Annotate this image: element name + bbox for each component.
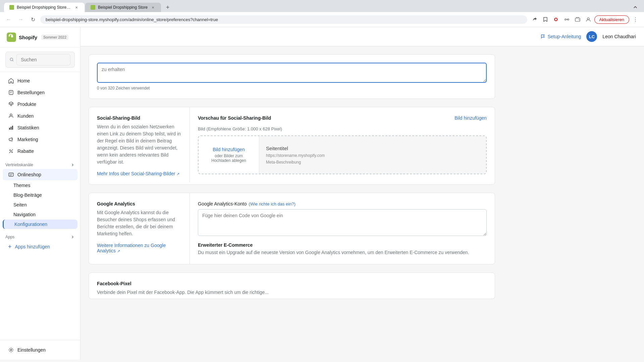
browser-tab-inactive[interactable]: Beispiel Dropshipping Store ✕: [85, 3, 161, 12]
preview-title: Vorschau für Social-Sharing-Bild: [198, 115, 271, 121]
sidebar-item-settings[interactable]: Einstellungen: [5, 344, 75, 356]
more-options-icon[interactable]: ⋮: [631, 15, 640, 24]
sidebar-item-discounts-label: Rabatte: [17, 148, 34, 154]
sidebar-item-customers-label: Kunden: [17, 113, 34, 119]
ecommerce-title: Erweiterter E-Commerce: [198, 242, 487, 248]
sidebar-item-add-apps[interactable]: + Apps hinzufügen: [3, 241, 77, 252]
facebook-pixel-title: Facebook-Pixel: [97, 281, 487, 286]
analytics-field-label: Google Analytics-Konto (Wie richte ich d…: [198, 201, 487, 206]
marketing-icon: [8, 136, 14, 142]
tab-close-active[interactable]: ✕: [74, 5, 79, 10]
wallet-icon[interactable]: [573, 15, 582, 24]
opera-icon[interactable]: O: [551, 15, 561, 24]
analytics-link[interactable]: Weitere Informationen zu Google Analytic…: [97, 243, 166, 253]
sidebar-pages-label: Seiten: [13, 202, 27, 207]
sales-channels-header[interactable]: Vertriebskanäle: [5, 163, 75, 167]
onlineshop-icon: [8, 172, 14, 178]
extension-icon[interactable]: [562, 15, 572, 24]
address-bar[interactable]: beispiel-dropshipping-store.myshopify.co…: [40, 15, 527, 24]
analytics-how-to-link[interactable]: (Wie richte ich das ein?): [249, 201, 296, 206]
analytics-title: Google Analytics: [97, 201, 181, 206]
browser-tabs: Beispiel Dropshipping Store ·... ✕ Beisp…: [4, 3, 640, 12]
add-icon: +: [8, 244, 12, 250]
products-icon: [8, 101, 14, 107]
chevron-right-icon: [71, 163, 75, 167]
apps-label: Apps: [5, 235, 14, 239]
browser-chrome: Beispiel Dropshipping Store ·... ✕ Beisp…: [0, 0, 644, 12]
sidebar-item-blog[interactable]: Blog-Beiträge: [3, 190, 77, 200]
social-sharing-link[interactable]: Mehr Infos über Social-Sharing-Bilder ↗: [97, 171, 179, 176]
sidebar-konfigurationen-label: Konfigurationen: [14, 222, 47, 227]
sidebar-item-navigation[interactable]: Navigation: [3, 210, 77, 219]
upload-drop-zone[interactable]: Bild hinzufügen oder Bilder zum Hochlade…: [199, 136, 259, 174]
user-avatar[interactable]: LC: [586, 31, 597, 42]
svg-rect-11: [12, 126, 13, 130]
apps-section-header: Apps: [0, 229, 80, 241]
sidebar-header: Shopify Sommer 2022: [0, 27, 80, 48]
sidebar-item-marketing[interactable]: Marketing: [3, 134, 77, 145]
ecommerce-desc: Du musst ein Upgrade auf die neueste Ver…: [198, 249, 487, 256]
sidebar-item-themes[interactable]: Themes: [3, 181, 77, 190]
search-box[interactable]: [5, 52, 75, 68]
shopify-icon: [7, 33, 16, 42]
main-content: Setup-Anleitung LC Leon Chaudhari 0 von …: [80, 27, 644, 360]
tab-title-inactive: Beispiel Dropshipping Store: [98, 5, 148, 10]
search-input[interactable]: [16, 54, 70, 65]
meta-desc-textarea[interactable]: [97, 63, 487, 83]
sidebar-item-analytics[interactable]: Statistiken: [3, 122, 77, 133]
flag-icon: [540, 34, 546, 39]
char-count: 0 von 320 Zeichen verwendet: [97, 86, 487, 90]
setup-link[interactable]: Setup-Anleitung: [540, 34, 581, 39]
apps-header[interactable]: Apps: [5, 235, 75, 239]
meta-desc-content: 0 von 320 Zeichen verwendet: [89, 55, 495, 99]
sales-channels-label: Vertriebskanäle: [5, 163, 33, 167]
external-link-icon: ↗: [176, 172, 179, 176]
analytics-code-input[interactable]: [198, 209, 487, 236]
tab-overflow-button[interactable]: [631, 3, 640, 12]
analytics-right: Google Analytics-Konto (Wie richte ich d…: [190, 193, 495, 264]
upload-button[interactable]: Bild hinzufügen: [213, 147, 245, 152]
season-badge: Sommer 2022: [41, 35, 68, 40]
sidebar-themes-label: Themes: [13, 183, 31, 188]
svg-point-3: [579, 19, 579, 20]
sidebar-item-home[interactable]: Home: [3, 75, 77, 86]
tab-favicon-2: [91, 5, 95, 10]
svg-point-15: [10, 349, 12, 351]
analytics-icon: [8, 125, 14, 131]
share-icon[interactable]: [530, 15, 539, 24]
sidebar-item-konfigurationen[interactable]: Konfigurationen: [3, 220, 77, 229]
customers-icon: [8, 113, 14, 119]
update-button[interactable]: Aktualisieren: [594, 15, 629, 24]
social-sharing-card: Social-Sharing-Bild Wenn du in den sozia…: [89, 107, 495, 185]
sidebar-footer: Einstellungen: [0, 340, 80, 360]
preview-header: Vorschau für Social-Sharing-Bild Bild hi…: [198, 115, 487, 121]
svg-point-13: [12, 152, 13, 153]
settings-icon: [8, 347, 14, 353]
user-icon[interactable]: [584, 15, 593, 24]
sidebar-item-discounts[interactable]: Rabatte: [3, 145, 77, 157]
forward-button[interactable]: →: [16, 15, 25, 24]
sidebar-item-products[interactable]: Produkte: [3, 99, 77, 110]
sidebar-item-onlineshop[interactable]: Onlineshop: [3, 169, 77, 180]
sidebar-search[interactable]: [0, 48, 80, 72]
sales-channels-section: Vertriebskanäle: [0, 157, 80, 169]
browser-tab-active[interactable]: Beispiel Dropshipping Store ·... ✕: [4, 3, 85, 12]
back-button[interactable]: ←: [4, 15, 13, 24]
tab-close-inactive[interactable]: ✕: [150, 5, 156, 10]
add-image-link[interactable]: Bild hinzufügen: [454, 115, 487, 121]
sidebar-item-customers[interactable]: Kunden: [3, 110, 77, 122]
google-analytics-layout: Google Analytics Mit Google Analytics ka…: [89, 193, 495, 264]
svg-rect-9: [9, 128, 10, 130]
sidebar-item-orders[interactable]: Bestellungen: [3, 87, 77, 98]
image-label: Bild (Empfohlene Größe: 1.000 x 628 Pixe…: [198, 126, 487, 131]
new-tab-button[interactable]: +: [163, 3, 172, 12]
reload-button[interactable]: ↻: [28, 15, 38, 24]
social-sharing-right: Vorschau für Social-Sharing-Bild Bild hi…: [190, 107, 495, 182]
tab-title-active: Beispiel Dropshipping Store ·...: [17, 5, 71, 10]
analytics-left: Google Analytics Mit Google Analytics ka…: [89, 193, 190, 261]
bookmark-icon[interactable]: [541, 15, 550, 24]
sidebar-item-pages[interactable]: Seiten: [3, 200, 77, 209]
app-layout: Shopify Sommer 2022 Home: [0, 27, 644, 360]
shopify-logo: Shopify Sommer 2022: [7, 33, 68, 42]
preview-card-url: https://storename.myshopify.com: [266, 153, 479, 158]
